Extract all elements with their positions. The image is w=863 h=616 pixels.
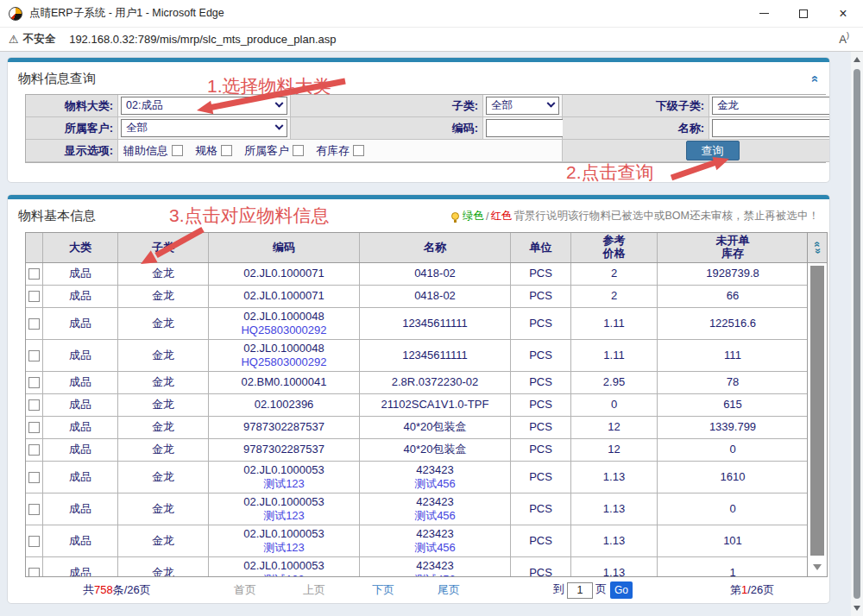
cell-name: 423423测试456 <box>360 493 511 525</box>
header-name: 名称 <box>360 233 511 262</box>
cell-unit: PCS <box>511 557 571 576</box>
table-row[interactable]: 成品金龙02.JL0.1000053测试123423423测试456PCS1.1… <box>26 462 808 493</box>
row-checkbox-cell <box>26 462 43 493</box>
cell-name: 12345611111 <box>360 308 511 340</box>
subsub-select[interactable]: 金龙 <box>712 97 830 115</box>
row-checkbox[interactable] <box>28 350 40 361</box>
scrollbar-down-arrow[interactable] <box>854 606 860 611</box>
minimize-icon <box>759 13 769 14</box>
browser-scrollbar[interactable] <box>851 52 863 616</box>
cell-stock: 0 <box>658 493 808 525</box>
table-scrollbar-thumb[interactable] <box>810 266 824 556</box>
collapse-panel-icon[interactable]: « <box>809 75 822 82</box>
first-page-link[interactable]: 首页 <box>234 582 256 598</box>
table-row[interactable]: 成品金龙02.100239621102SCA1V1.0-TPFPCS0615 <box>26 394 808 417</box>
table-row[interactable]: 成品金龙02.JL0.1000053测试123423423测试456PCS1.1… <box>26 525 808 557</box>
row-checkbox-cell <box>26 394 43 417</box>
row-checkbox[interactable] <box>28 268 40 280</box>
table-row[interactable]: 成品金龙978730228753740*20包装盒PCS120 <box>26 439 808 462</box>
selection-notice: 绿色 / 红色 背景行说明该行物料已被选中或BOM还未审核，禁止再被选中！ <box>451 209 819 223</box>
table-scroll-down-arrow[interactable] <box>813 564 822 570</box>
next-page-link[interactable]: 下页 <box>372 582 394 598</box>
address-bar[interactable]: ⚠ 不安全 192.168.0.32:789/mis/mrp/slc_mts_p… <box>0 28 863 52</box>
cell-category: 成品 <box>43 308 118 340</box>
display-options: 辅助信息 规格 所属客户 有库存 <box>118 140 563 162</box>
cell-stock: 66 <box>658 286 808 308</box>
table-row[interactable]: 成品金龙02.JL0.1000053测试123423423测试456PCS1.1… <box>26 557 808 576</box>
table-row[interactable]: 成品金龙02.JL0.1000048HQ25803000292123456111… <box>26 340 808 372</box>
customer-select[interactable]: 全部 <box>121 119 287 137</box>
cell-price: 12 <box>571 439 658 462</box>
table-row[interactable]: 成品金龙02.JL0.1000053测试123423423测试456PCS1.1… <box>26 493 808 525</box>
minimize-button[interactable] <box>744 0 784 28</box>
search-button[interactable]: 查询 <box>686 141 740 160</box>
prev-page-link[interactable]: 上页 <box>303 582 325 598</box>
row-checkbox[interactable] <box>28 536 40 547</box>
cell-category: 成品 <box>43 493 118 525</box>
row-checkbox-cell <box>26 286 43 308</box>
cell-stock: 1610 <box>658 462 808 493</box>
go-button[interactable]: Go <box>610 581 633 599</box>
cell-price: 1.13 <box>571 462 658 493</box>
row-checkbox[interactable] <box>28 422 40 433</box>
scroll-to-top-icon[interactable]: « <box>814 242 821 248</box>
in-stock-checkbox[interactable] <box>353 145 364 156</box>
header-code: 编码 <box>209 233 360 262</box>
cell-unit: PCS <box>511 308 571 340</box>
row-checkbox[interactable] <box>28 568 40 577</box>
table-row[interactable]: 成品金龙02.BM0.10000412.8R.0372230-02PCS2.95… <box>26 372 808 394</box>
subcategory-select[interactable]: 全部 <box>486 97 559 115</box>
cell-code: 02.JL0.1000071 <box>209 263 360 286</box>
table-scrollbar[interactable]: « « <box>807 233 827 576</box>
goto-page-input[interactable] <box>567 582 593 599</box>
cell-unit: PCS <box>511 263 571 286</box>
cell-subcategory: 金龙 <box>118 372 209 394</box>
last-page-link[interactable]: 尾页 <box>438 582 460 598</box>
row-checkbox[interactable] <box>28 444 40 456</box>
row-checkbox-cell <box>26 525 43 557</box>
category-select[interactable]: 02:成品 <box>121 97 287 115</box>
maximize-button[interactable] <box>784 0 823 28</box>
customer-label: 所属客户: <box>26 117 118 140</box>
site-favicon <box>9 7 22 21</box>
option-label: 所属客户 <box>244 143 289 159</box>
header-unit: 单位 <box>511 233 571 262</box>
customer-checkbox[interactable] <box>293 145 304 156</box>
table-row[interactable]: 成品金龙02.JL0.10000710418-02PCS21928739.8 <box>26 263 808 286</box>
cell-category: 成品 <box>43 372 118 394</box>
row-checkbox[interactable] <box>28 472 40 483</box>
cell-name: 21102SCA1V1.0-TPF <box>360 394 511 417</box>
table-row[interactable]: 成品金龙978730228753740*20包装盒PCS121339.799 <box>26 417 808 439</box>
table-row[interactable]: 成品金龙02.JL0.1000048HQ25803000292123456111… <box>26 308 808 340</box>
cell-name: 423423测试456 <box>360 525 511 557</box>
chevron-down-icon <box>275 99 284 108</box>
cell-stock: 0 <box>658 439 808 462</box>
cell-stock: 122516.6 <box>658 308 808 340</box>
cell-unit: PCS <box>511 286 571 308</box>
cell-code: 02.JL0.1000048HQ25803000292 <box>209 340 360 372</box>
row-checkbox[interactable] <box>28 291 40 302</box>
cell-price: 2 <box>571 263 658 286</box>
cell-subcategory: 金龙 <box>118 462 209 493</box>
cell-code: 9787302287537 <box>209 439 360 462</box>
row-checkbox[interactable] <box>28 377 40 388</box>
row-checkbox[interactable] <box>28 504 40 515</box>
cell-name: 0418-02 <box>360 263 511 286</box>
row-checkbox[interactable] <box>28 399 40 411</box>
cell-price: 1.13 <box>571 557 658 576</box>
scrollbar-thumb[interactable] <box>854 69 860 599</box>
name-input[interactable] <box>712 119 830 137</box>
url-text[interactable]: 192.168.0.32:789/mis/mrp/slc_mts_produce… <box>69 33 839 46</box>
row-checkbox-cell <box>26 417 43 439</box>
cell-category: 成品 <box>43 462 118 493</box>
read-aloud-icon[interactable]: A) <box>839 33 849 46</box>
close-button[interactable]: × <box>823 0 863 28</box>
scroll-to-bottom-icon[interactable]: « <box>814 248 821 255</box>
scrollbar-up-arrow[interactable] <box>854 57 860 62</box>
subsub-label: 下级子类: <box>563 95 709 117</box>
aux-info-checkbox[interactable] <box>172 145 183 156</box>
spec-checkbox[interactable] <box>221 145 232 156</box>
row-checkbox[interactable] <box>28 318 40 330</box>
header-subcategory: 子类 <box>118 233 209 262</box>
table-row[interactable]: 成品金龙02.JL0.10000710418-02PCS266 <box>26 286 808 308</box>
